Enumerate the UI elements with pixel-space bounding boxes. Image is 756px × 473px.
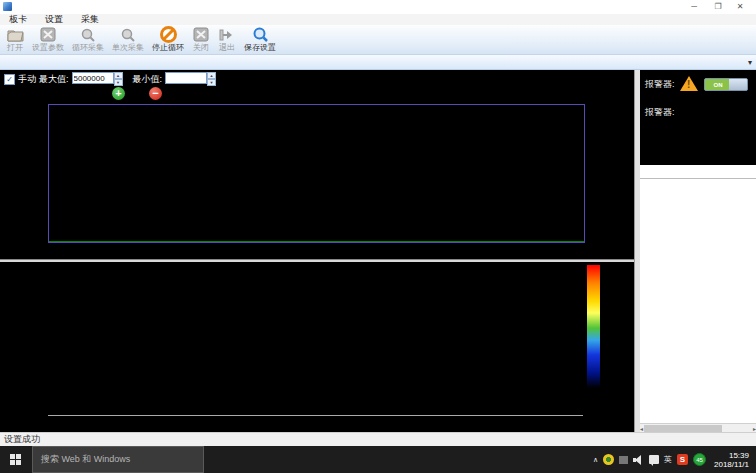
colorbar	[587, 265, 600, 415]
toolbar-button-6[interactable]: 退出	[215, 26, 239, 53]
scroll-thumb[interactable]	[644, 425, 722, 432]
manual-label: 手动	[18, 73, 36, 86]
scroll-left-arrow[interactable]: ◂	[640, 425, 643, 432]
toolbar-button-label: 停止循环	[152, 43, 184, 53]
close-button[interactable]: ✕	[730, 1, 750, 13]
min-value-input[interactable]	[165, 72, 207, 84]
alarm-toggle[interactable]: ON	[704, 78, 748, 91]
menu-item-1[interactable]: 设置	[36, 14, 72, 25]
status-bar: 设置成功	[0, 432, 756, 446]
toolbar-button-label: 打开	[7, 43, 23, 53]
start-button[interactable]	[0, 446, 32, 473]
alarm1-label: 报警器:	[645, 78, 675, 91]
toolbar-button-7[interactable]: 保存设置	[241, 26, 279, 53]
system-tray: ∧ 英 S 45 15:39 2018/11/1	[593, 446, 756, 473]
taskbar-clock[interactable]: 15:39 2018/11/1	[711, 451, 752, 469]
toolbar-button-label: 设置参数	[32, 43, 64, 53]
max-value-stepper[interactable]: ▲▼	[114, 72, 123, 86]
tray-chevron-up-icon[interactable]: ∧	[593, 456, 598, 464]
set-params-icon	[39, 26, 57, 43]
volume-icon[interactable]	[633, 455, 644, 465]
taskbar-search-input[interactable]: 搜索 Web 和 Windows	[32, 446, 204, 473]
table-horizontal-scrollbar[interactable]: ◂ ▸	[640, 423, 756, 432]
titlebar: ─ ❐ ✕	[0, 0, 756, 14]
clock-time: 15:39	[729, 451, 749, 460]
app-window: ─ ❐ ✕ 板卡设置采集 打开设置参数循环采集单次采集停止循环关闭退出保存设置 …	[0, 0, 756, 473]
toolbar-button-2[interactable]: 循环采集	[69, 26, 107, 53]
tray-misc-icon[interactable]	[619, 456, 628, 464]
waterfall-time-axis	[0, 264, 44, 416]
search-placeholder: 搜索 Web 和 Windows	[41, 453, 130, 466]
toolbar-button-label: 关闭	[193, 43, 209, 53]
table-header	[640, 165, 756, 179]
tab-bar: ▾	[0, 55, 756, 70]
toolbar-button-label: 保存设置	[244, 43, 276, 53]
taskbar: 搜索 Web 和 Windows ∧ 英 S 45 15:39 2018/11/…	[0, 446, 756, 473]
alarm-controls: 报警器: ON 报警器:	[640, 70, 756, 165]
intensity-chart	[48, 104, 585, 243]
toolbar-button-0[interactable]: 打开	[3, 26, 27, 53]
alarm-toggle-on-label: ON	[705, 79, 731, 90]
single-capture-icon	[119, 26, 137, 43]
security-badge-icon[interactable]: 45	[693, 453, 706, 466]
toolbar-button-label: 退出	[219, 43, 235, 53]
menu-item-2[interactable]: 采集	[72, 14, 108, 25]
chevron-down-icon[interactable]: ▾	[748, 58, 752, 67]
loop-capture-icon	[79, 26, 97, 43]
menu-item-0[interactable]: 板卡	[0, 14, 36, 25]
waterfall-plot	[48, 264, 583, 416]
toolbar-button-4[interactable]: 停止循环	[149, 26, 187, 53]
alarm-toggle-knob[interactable]	[729, 79, 747, 90]
sogou-icon[interactable]: S	[677, 454, 688, 465]
manual-checkbox[interactable]: ✓	[4, 74, 15, 85]
events-table[interactable]: ◂ ▸	[640, 165, 756, 432]
notification-icon[interactable]	[649, 455, 659, 464]
tray-coin-icon[interactable]	[603, 454, 614, 465]
windows-logo-icon	[10, 454, 22, 466]
alarm-panel: 报警器: ON 报警器: ◂ ▸	[640, 70, 756, 432]
toolbar-button-5[interactable]: 关闭	[189, 26, 213, 53]
main-content: ✓ 手动 最大值: ▲▼ 最小值: ▲▼ + −	[0, 70, 756, 432]
splitter[interactable]	[0, 259, 634, 262]
toolbar-button-label: 单次采集	[112, 43, 144, 53]
close-device-icon	[192, 26, 210, 43]
alarm2-label: 报警器:	[645, 106, 675, 119]
warning-icon	[680, 76, 698, 91]
zoom-buttons: + −	[112, 87, 162, 102]
save-settings-icon	[251, 26, 269, 43]
clock-date: 2018/11/1	[714, 460, 749, 469]
remove-button[interactable]: −	[149, 87, 162, 100]
add-button[interactable]: +	[112, 87, 125, 100]
max-value-input[interactable]	[72, 72, 114, 84]
menubar: 板卡设置采集	[0, 14, 756, 25]
exit-icon	[218, 26, 236, 43]
maximize-button[interactable]: ❐	[708, 1, 728, 13]
input-language-indicator[interactable]: 英	[664, 454, 672, 465]
monitor-area: ✓ 手动 最大值: ▲▼ 最小值: ▲▼ + −	[0, 70, 634, 432]
toolbar-button-3[interactable]: 单次采集	[109, 26, 147, 53]
toolbar-button-1[interactable]: 设置参数	[29, 26, 67, 53]
stop-loop-icon	[159, 26, 177, 43]
status-text: 设置成功	[4, 434, 40, 444]
max-value-label: 最大值:	[39, 73, 69, 86]
chart-baseline	[49, 241, 584, 242]
minimize-button[interactable]: ─	[684, 1, 704, 13]
toolbar-button-label: 循环采集	[72, 43, 104, 53]
app-icon	[3, 2, 12, 11]
min-value-label: 最小值:	[133, 73, 163, 86]
scale-controls: ✓ 手动 最大值: ▲▼ 最小值: ▲▼	[4, 72, 226, 86]
toolbar: 打开设置参数循环采集单次采集停止循环关闭退出保存设置	[0, 25, 756, 55]
open-folder-icon	[6, 26, 24, 43]
min-value-stepper[interactable]: ▲▼	[207, 72, 216, 86]
chart-y-axis	[0, 98, 46, 248]
